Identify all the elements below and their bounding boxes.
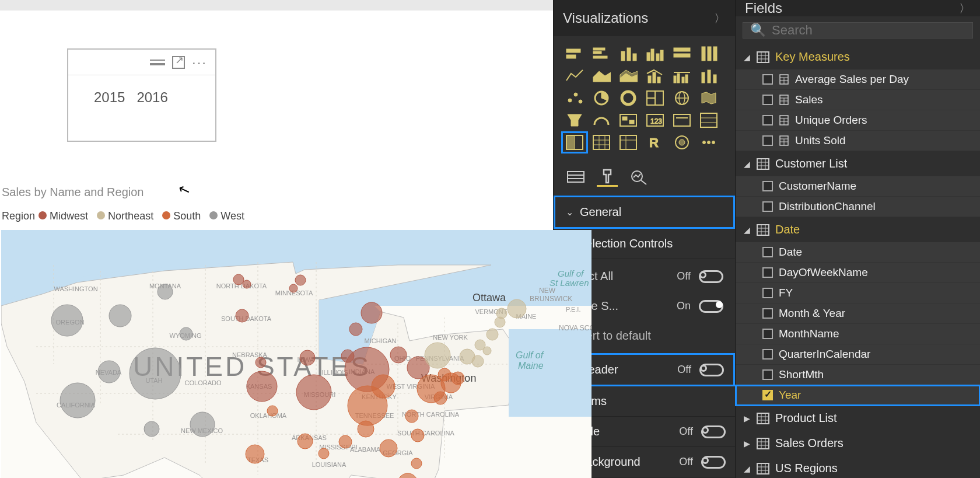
viz-funnel[interactable] xyxy=(563,111,586,130)
viz-donut[interactable] xyxy=(617,89,640,107)
ellipsis-icon[interactable]: ··· xyxy=(192,60,207,65)
svg-text:P.E.I.: P.E.I. xyxy=(566,306,580,313)
viz-treemap[interactable] xyxy=(643,89,667,107)
field-distributionchannel[interactable]: DistributionChannel xyxy=(736,197,980,217)
field-average-sales-per-day[interactable]: Average Sales per Day xyxy=(736,69,980,90)
map-visual[interactable]: UNITED STATES Ottawa Washington Nassau G… xyxy=(1,230,592,478)
toggle[interactable] xyxy=(701,456,726,469)
checkbox[interactable] xyxy=(762,247,773,257)
viz-stacked-bar[interactable] xyxy=(563,44,586,63)
fields-tab[interactable] xyxy=(565,167,586,187)
section-general[interactable]: ⌄General xyxy=(554,196,735,229)
table-date[interactable]: ◢Date xyxy=(736,217,980,242)
report-canvas[interactable]: ··· 20152016 ↖ Sales by Name and Region … xyxy=(0,0,553,478)
checkbox[interactable] xyxy=(762,201,773,212)
viz-ribbon[interactable] xyxy=(697,67,720,85)
focus-mode-icon[interactable] xyxy=(172,56,185,69)
field-fy[interactable]: FY xyxy=(736,283,980,303)
svg-point-82 xyxy=(318,448,329,459)
field-sales[interactable]: Sales xyxy=(736,90,980,110)
format-tab[interactable] xyxy=(597,167,618,187)
field-quarterincalendar[interactable]: QuarterInCalendar xyxy=(736,344,980,365)
viz-kpi[interactable]: 123 xyxy=(643,111,667,130)
viz-line[interactable] xyxy=(563,67,586,85)
legend: Region Midwest Northeast South West xyxy=(2,210,250,222)
svg-point-91 xyxy=(405,410,418,423)
search-input[interactable] xyxy=(772,23,965,38)
field-unique-orders[interactable]: Unique Orders xyxy=(736,110,980,131)
viz-clustered-bar[interactable] xyxy=(590,44,613,63)
field-dayofweekname[interactable]: DayOfWeekName xyxy=(736,263,980,283)
viz-stacked-area[interactable] xyxy=(617,67,640,85)
svg-text:LOUISIANA: LOUISIANA xyxy=(312,461,346,468)
svg-text:WASHINGTON: WASHINGTON xyxy=(54,285,97,292)
checkbox[interactable] xyxy=(762,390,773,400)
viz-scatter[interactable] xyxy=(563,89,586,107)
checkbox[interactable] xyxy=(762,369,773,380)
legend-item: West xyxy=(220,210,244,222)
slicer-item-2016[interactable]: 2016 xyxy=(136,89,167,106)
viz-r-visual[interactable]: R xyxy=(643,133,667,152)
search-box[interactable]: 🔍 xyxy=(743,22,973,39)
svg-point-89 xyxy=(411,458,422,469)
table-sales-orders[interactable]: ▶Sales Orders xyxy=(736,431,980,456)
table-key-measures[interactable]: ◢Key Measures xyxy=(736,44,980,69)
legend-item: South xyxy=(173,210,201,222)
slicer-item-2015[interactable]: 2015 xyxy=(94,89,125,106)
viz-map[interactable] xyxy=(670,89,694,107)
svg-point-59 xyxy=(130,348,181,399)
field-year[interactable]: Year xyxy=(736,385,980,406)
checkbox[interactable] xyxy=(762,115,773,125)
viz-table[interactable] xyxy=(590,133,613,152)
svg-rect-211 xyxy=(757,438,769,449)
viz-line-clustered[interactable] xyxy=(670,67,694,85)
year-slicer-visual[interactable]: ··· 20152016 xyxy=(67,48,216,142)
toggle[interactable] xyxy=(699,364,724,376)
field-units-sold[interactable]: Units Sold xyxy=(736,131,980,151)
viz-stacked-100-column[interactable] xyxy=(697,44,720,63)
toggle[interactable] xyxy=(699,270,723,283)
viz-multi-card[interactable] xyxy=(697,111,720,130)
field-shortmth[interactable]: ShortMth xyxy=(736,365,980,385)
viz-slicer[interactable] xyxy=(563,133,586,152)
checkbox[interactable] xyxy=(762,181,773,191)
viz-filled-map[interactable] xyxy=(697,89,720,107)
checkbox[interactable] xyxy=(762,135,773,146)
viz-matrix[interactable] xyxy=(617,133,640,152)
field-monthname[interactable]: MonthName xyxy=(736,324,980,344)
chevron-right-icon[interactable]: 〉 xyxy=(959,1,971,16)
svg-rect-107 xyxy=(566,55,576,58)
field-month-year[interactable]: Month & Year xyxy=(736,303,980,324)
chevron-right-icon[interactable]: 〉 xyxy=(714,11,726,26)
viz-line-column[interactable] xyxy=(643,67,667,85)
table-customer-list[interactable]: ◢Customer List xyxy=(736,151,980,176)
checkbox[interactable] xyxy=(762,74,773,85)
viz-waterfall[interactable] xyxy=(617,111,640,130)
table-product-list[interactable]: ▶Product List xyxy=(736,406,980,431)
viz-clustered-column[interactable] xyxy=(643,44,667,63)
checkbox[interactable] xyxy=(762,288,773,298)
analytics-tab[interactable] xyxy=(628,167,649,187)
checkbox[interactable] xyxy=(762,329,773,339)
svg-point-71 xyxy=(296,375,331,410)
viz-pie[interactable] xyxy=(590,89,613,107)
toggle[interactable] xyxy=(701,425,726,438)
viz-card[interactable] xyxy=(670,111,694,130)
viz-gauge[interactable] xyxy=(590,111,613,130)
table-us-regions[interactable]: ◢US Regions xyxy=(736,456,980,478)
svg-rect-118 xyxy=(674,48,690,51)
field-date[interactable]: Date xyxy=(736,242,980,263)
field-customername[interactable]: CustomerName xyxy=(736,176,980,197)
viz-more[interactable] xyxy=(697,133,720,152)
checkbox[interactable] xyxy=(762,308,773,319)
viz-arcgis[interactable] xyxy=(670,133,694,152)
viz-area[interactable] xyxy=(590,67,613,85)
drag-handle-icon[interactable] xyxy=(150,60,165,65)
field-list: ◢Key MeasuresAverage Sales per DaySalesU… xyxy=(736,44,980,478)
toggle[interactable] xyxy=(699,300,723,313)
checkbox[interactable] xyxy=(762,95,773,105)
checkbox[interactable] xyxy=(762,349,773,360)
checkbox[interactable] xyxy=(762,267,773,278)
viz-stacked-100-bar[interactable] xyxy=(670,44,694,63)
viz-stacked-column[interactable] xyxy=(617,44,640,63)
